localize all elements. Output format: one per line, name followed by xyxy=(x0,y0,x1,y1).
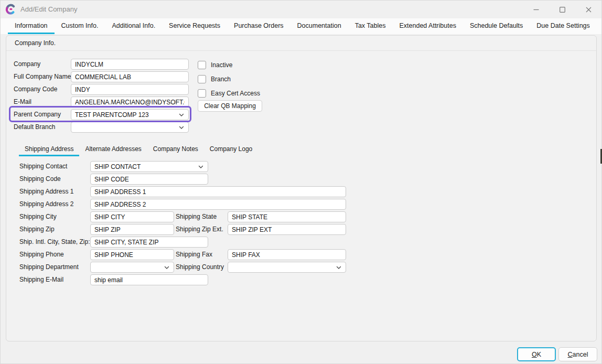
subtab-company-logo[interactable]: Company Logo xyxy=(204,143,258,156)
ship-intl-city-state-zip-label: Ship. Intl. City, State, Zip: xyxy=(19,237,90,248)
tab-service-requests[interactable]: Service Requests xyxy=(162,18,227,34)
shipping-email-input[interactable] xyxy=(90,274,208,285)
subtab-alternate-addresses[interactable]: Alternate Addresses xyxy=(79,143,147,156)
inactive-checkbox[interactable] xyxy=(198,61,206,69)
tab-information[interactable]: Information xyxy=(8,18,55,34)
shipping-contact-select[interactable]: SHIP CONTACT xyxy=(90,161,208,172)
window-title: Add/Edit Company xyxy=(20,5,77,13)
shipping-contact-label: Shipping Contact xyxy=(19,161,67,172)
branch-checkbox[interactable] xyxy=(198,75,206,83)
shipping-zip-ext-label: Shipping Zip Ext. xyxy=(176,224,223,235)
maximize-icon[interactable] xyxy=(549,1,575,18)
chevron-down-icon xyxy=(178,124,185,131)
email-label: E-Mail xyxy=(14,97,31,108)
subtab-shipping-address[interactable]: Shipping Address xyxy=(19,143,79,156)
shipping-zip-ext-input[interactable] xyxy=(228,224,346,235)
easy-cert-access-checkbox-row: Easy Cert Access xyxy=(198,89,260,98)
inactive-checkbox-row: Inactive xyxy=(198,61,232,69)
shipping-email-label: Shipping E-Mail xyxy=(19,274,63,285)
company-label: Company xyxy=(14,59,40,70)
branch-checkbox-row: Branch xyxy=(198,75,231,83)
shipping-department-select[interactable] xyxy=(90,262,174,273)
chevron-down-icon xyxy=(164,264,170,271)
full-company-name-label: Full Company Name xyxy=(14,71,71,82)
shipping-code-input[interactable] xyxy=(90,174,208,185)
tab-additional-info[interactable]: Additional Info. xyxy=(105,18,162,34)
parent-company-select[interactable]: TEST PARENTCOMP 123 xyxy=(71,109,189,120)
app-logo-icon xyxy=(5,4,16,15)
shipping-zip-input[interactable] xyxy=(90,224,174,235)
window-controls xyxy=(523,1,601,18)
chevron-down-icon xyxy=(178,112,185,118)
company-code-input[interactable] xyxy=(71,84,189,95)
shipping-address1-label: Shipping Address 1 xyxy=(19,186,73,197)
shipping-fax-label: Shipping Fax xyxy=(176,249,212,260)
company-code-label: Company Code xyxy=(14,84,57,95)
shipping-city-label: Shipping City xyxy=(19,211,57,222)
tab-extended-attributes[interactable]: Extended Attributes xyxy=(392,18,463,34)
shipping-address1-input[interactable] xyxy=(90,186,346,197)
shipping-country-select[interactable] xyxy=(228,262,346,273)
main-tabstrip: Information Custom Info. Additional Info… xyxy=(1,18,601,34)
full-company-name-input[interactable] xyxy=(71,71,189,82)
parent-company-label: Parent Company xyxy=(14,109,61,120)
shipping-contact-value: SHIP CONTACT xyxy=(94,163,196,170)
tab-due-date-settings[interactable]: Due Date Settings xyxy=(530,18,596,34)
groupbox-title: Company Info. xyxy=(6,36,596,51)
close-icon[interactable] xyxy=(575,1,601,18)
shipping-address2-label: Shipping Address 2 xyxy=(19,199,73,210)
shipping-phone-input[interactable] xyxy=(90,249,174,260)
tab-tax-tables[interactable]: Tax Tables xyxy=(348,18,393,34)
subtab-company-notes[interactable]: Company Notes xyxy=(147,143,204,156)
chevron-down-icon xyxy=(198,164,204,170)
tab-capabilities[interactable]: Capabilities xyxy=(597,18,602,34)
shipping-city-input[interactable] xyxy=(90,211,174,222)
shipping-country-label: Shipping Country xyxy=(176,262,224,273)
titlebar: Add/Edit Company xyxy=(1,1,601,18)
branch-label: Branch xyxy=(211,76,231,83)
tab-purchase-orders[interactable]: Purchase Orders xyxy=(227,18,290,34)
tab-custom-info[interactable]: Custom Info. xyxy=(55,18,105,34)
tab-documentation[interactable]: Documentation xyxy=(291,18,348,34)
shipping-address2-input[interactable] xyxy=(90,199,346,210)
easy-cert-access-label: Easy Cert Access xyxy=(211,90,260,97)
chevron-down-icon xyxy=(336,264,342,271)
cancel-button[interactable]: Cancel xyxy=(558,347,597,361)
ship-intl-city-state-zip-input[interactable] xyxy=(90,237,208,248)
easy-cert-access-checkbox[interactable] xyxy=(198,89,206,98)
shipping-phone-label: Shipping Phone xyxy=(19,249,64,260)
shipping-zip-label: Shipping Zip xyxy=(19,224,55,235)
clear-qb-mapping-button[interactable]: Clear QB Mapping xyxy=(198,100,262,112)
inactive-label: Inactive xyxy=(211,61,232,69)
company-info-groupbox: Company Info. Company Full Company Name … xyxy=(6,35,597,341)
shipping-state-label: Shipping State xyxy=(176,211,217,222)
default-branch-label: Default Branch xyxy=(14,122,55,133)
minimize-icon[interactable] xyxy=(523,1,549,18)
tab-schedule-defaults[interactable]: Schedule Defaults xyxy=(463,18,530,34)
address-tabstrip: Shipping Address Alternate Addresses Com… xyxy=(19,143,258,156)
shipping-department-label: Shipping Department xyxy=(19,262,79,273)
shipping-code-label: Shipping Code xyxy=(19,174,61,185)
add-edit-company-window: Add/Edit Company Information Custom Info… xyxy=(0,0,602,364)
parent-company-value: TEST PARENTCOMP 123 xyxy=(75,111,176,119)
company-input[interactable] xyxy=(71,59,189,70)
default-branch-select[interactable] xyxy=(71,122,189,133)
email-input[interactable] xyxy=(71,97,189,108)
ok-button[interactable]: OK xyxy=(517,347,556,361)
shipping-state-input[interactable] xyxy=(228,211,346,222)
shipping-fax-input[interactable] xyxy=(228,249,346,260)
